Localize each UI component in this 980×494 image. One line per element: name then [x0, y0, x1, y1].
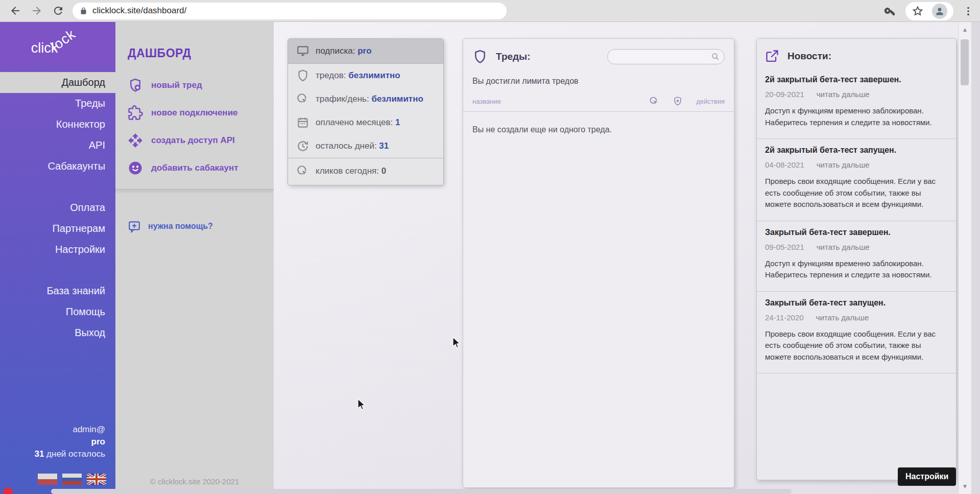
avatar[interactable] — [932, 4, 947, 19]
account-info: admin@ pro 31 дней осталось — [34, 424, 105, 460]
dashboard-page: clicklock Дашборд Треды Коннектор API Са… — [0, 22, 980, 494]
mouse-cursor — [355, 398, 367, 411]
news-item: Закрытый бета-тест завершен. 09-05-2021ч… — [757, 221, 956, 292]
shield-plus-icon — [128, 78, 143, 93]
video-progress-bar[interactable] — [51, 489, 792, 494]
subscription-row-days: осталось дней: 31 — [288, 134, 443, 158]
news-item-date: 20-09-2021 — [765, 90, 804, 99]
back-icon[interactable] — [9, 5, 21, 17]
window-edge — [971, 22, 980, 494]
sidebar-item-knowledge-base[interactable]: База знаний — [0, 280, 115, 301]
account-email: admin@ — [34, 424, 105, 436]
subscription-row-months: оплачено месяцев: 1 — [288, 111, 443, 134]
subscription-clicks-today: кликов сегодня: 0 — [288, 158, 443, 185]
calendar-icon — [296, 116, 309, 129]
sidebar-item-payment[interactable]: Оплата — [0, 197, 115, 218]
url-text[interactable]: clicklock.site/dashboard/ — [92, 6, 186, 16]
read-more-link[interactable]: читать дальше — [817, 160, 870, 169]
cursor-click-icon — [296, 92, 309, 106]
search-icon[interactable] — [711, 52, 720, 61]
sidebar: clicklock Дашборд Треды Коннектор API Са… — [0, 22, 115, 494]
new-thread-button[interactable]: новый тред — [115, 72, 274, 99]
shield-icon — [296, 69, 309, 82]
news-item-body: Проверь свои входящие сообщения. Если у … — [765, 176, 948, 210]
shield-star-icon[interactable] — [673, 96, 683, 106]
subscription-card: подписка: pro тредов: безлимитно трафик/… — [288, 38, 444, 185]
external-link-icon — [765, 49, 779, 63]
scroll-up-icon[interactable]: ▲ — [959, 26, 971, 33]
puzzle-icon — [128, 105, 143, 121]
sidebar-item-logout[interactable]: Выход — [0, 322, 115, 343]
threads-title: Треды: — [496, 51, 531, 62]
subscription-label: подписка: — [316, 46, 357, 56]
cursor-click-icon[interactable] — [649, 96, 659, 106]
action-label: создать доступ API — [151, 135, 235, 146]
sidebar-item-partners[interactable]: Партнерам — [0, 218, 115, 239]
sidebar-item-settings[interactable]: Настройки — [0, 239, 115, 260]
news-item: 2й закрытый бета-тест запущен. 04-08-202… — [757, 139, 956, 221]
action-label: новый тред — [151, 80, 202, 90]
news-item-title: Закрытый бета-тест запущен. — [765, 298, 948, 308]
scroll-down-icon[interactable]: ▼ — [959, 483, 971, 490]
read-more-link[interactable]: читать дальше — [817, 90, 870, 99]
lock-icon — [80, 7, 87, 15]
action-label: добавить сабакаунт — [151, 163, 238, 173]
action-label: новое подключение — [151, 108, 238, 118]
threads-search-input[interactable] — [614, 53, 711, 61]
news-item-date: 04-08-2021 — [765, 160, 804, 169]
url-bar[interactable]: clicklock.site/dashboard/ — [73, 3, 507, 19]
read-more-link[interactable]: читать дальше — [816, 313, 869, 322]
profile-chip — [905, 2, 953, 20]
account-days-left: 31 дней осталось — [34, 448, 105, 460]
vertical-scrollbar[interactable]: ▲ ▼ — [958, 22, 971, 494]
subscription-header: подписка: pro — [288, 39, 443, 64]
subscription-row-traffic: трафик/день: безлимитно — [288, 87, 443, 111]
sidebar-item-dashboard[interactable]: Дашборд — [0, 72, 115, 93]
forward-icon[interactable] — [31, 5, 43, 17]
news-item-title: 2й закрытый бета-тест запущен. — [765, 146, 948, 155]
add-subaccount-button[interactable]: добавить сабакаунт — [115, 154, 274, 182]
news-item-body: Проверь свои входящие сообщения. Если у … — [765, 328, 948, 363]
news-item-date: 24-11-2020 — [765, 313, 804, 322]
create-api-access-button[interactable]: создать доступ API — [115, 127, 274, 154]
news-title: Новости: — [787, 51, 831, 62]
news-item: Закрытый бета-тест запущен. 24-11-2020чи… — [757, 292, 956, 374]
read-more-link[interactable]: читать дальше — [817, 243, 870, 251]
language-switcher — [38, 474, 106, 485]
monitor-icon — [296, 44, 309, 58]
clock-icon — [296, 139, 309, 153]
sidebar-item-help[interactable]: Помощь — [0, 301, 115, 322]
sidebar-item-threads[interactable]: Треды — [0, 93, 115, 114]
news-item-body: Доступ к функциям временно заблокирован.… — [765, 105, 948, 128]
settings-tooltip[interactable]: Настройки — [898, 467, 956, 486]
mouse-cursor — [450, 336, 462, 349]
flag-poland[interactable] — [38, 474, 57, 485]
column-name: название — [472, 98, 501, 105]
subscription-row-threads: тредов: безлимитно — [288, 64, 443, 87]
sidebar-item-api[interactable]: API — [0, 135, 115, 156]
account-plan: pro — [91, 437, 105, 446]
new-connection-button[interactable]: новое подключение — [115, 99, 274, 127]
logo[interactable]: clicklock — [0, 22, 115, 65]
flag-uk[interactable] — [87, 474, 106, 485]
need-help-label: нужна помощь? — [148, 222, 213, 231]
kebab-menu-icon[interactable] — [963, 6, 974, 17]
shield-icon — [472, 49, 488, 64]
news-item-title: Закрытый бета-тест завершен. — [765, 228, 948, 237]
arrows-move-icon — [128, 133, 143, 148]
message-plus-icon — [128, 220, 141, 233]
sidebar-item-subaccounts[interactable]: Сабакаунты — [0, 156, 115, 177]
flag-russia[interactable] — [62, 474, 82, 485]
key-icon[interactable] — [884, 5, 896, 17]
page-title: ДАШБОРД — [128, 46, 274, 60]
threads-limit-message: Вы достигли лимита тредов — [463, 64, 734, 86]
news-item-title: 2й закрытый бета-тест завершен. — [765, 75, 948, 84]
scrollbar-thumb[interactable] — [961, 39, 969, 85]
need-help-link[interactable]: нужна помощь? — [128, 220, 274, 233]
news-panel: Новости: 2й закрытый бета-тест завершен.… — [756, 38, 957, 480]
reload-icon[interactable] — [52, 5, 64, 17]
star-icon[interactable] — [912, 5, 924, 17]
sidebar-item-connector[interactable]: Коннектор — [0, 114, 115, 135]
browser-toolbar: clicklock.site/dashboard/ — [0, 0, 980, 22]
threads-panel: Треды: Вы достигли лимита тредов названи… — [463, 38, 734, 488]
